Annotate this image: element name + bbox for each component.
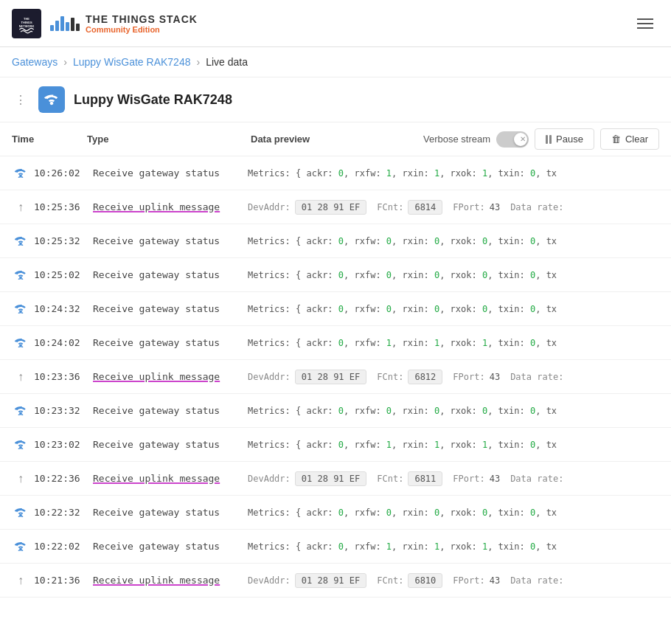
table-row[interactable]: ↑ 10:23:36 Receive uplink message DevAdd… xyxy=(0,360,671,394)
toggle-track[interactable]: ✕ xyxy=(496,131,529,148)
row-preview: Metrics: { ackr: 0, rxfw: 0, rxin: 0, rx… xyxy=(248,508,659,518)
row-icon xyxy=(12,437,29,452)
table-row[interactable]: 10:24:02 Receive gateway status Metrics:… xyxy=(0,326,671,360)
wifi-down-icon xyxy=(14,336,27,350)
row-preview: Metrics: { ackr: 0, rxfw: 1, rxin: 1, rx… xyxy=(248,440,659,450)
row-time: 10:23:32 xyxy=(34,405,93,416)
row-preview: Metrics: { ackr: 0, rxfw: 1, rxin: 1, rx… xyxy=(248,541,659,552)
row-time: 10:22:32 xyxy=(34,507,93,518)
gateway-context-menu-icon[interactable]: ⋮ xyxy=(12,90,29,110)
uplink-arrow-icon: ↑ xyxy=(18,472,24,485)
row-preview: DevAddr: 01 28 91 EF FCnt: 6811 FPort: 4… xyxy=(248,471,659,486)
metrics-preview: Metrics: { ackr: 0, rxfw: 0, rxin: 0, rx… xyxy=(248,508,557,518)
pause-icon xyxy=(546,135,552,144)
row-preview: DevAddr: 01 28 91 EF FCnt: 6814 FPort: 4… xyxy=(248,200,659,215)
table-row[interactable]: 10:25:32 Receive gateway status Metrics:… xyxy=(0,224,671,258)
wifi-down-icon xyxy=(14,437,27,452)
col-header-preview: Data preview xyxy=(251,134,414,145)
row-preview: DevAddr: 01 28 91 EF FCnt: 6810 FPort: 4… xyxy=(248,573,659,588)
clear-button[interactable]: 🗑 Clear xyxy=(600,128,659,150)
wifi-down-icon xyxy=(14,234,27,249)
row-icon xyxy=(12,302,29,316)
metrics-preview: Metrics: { ackr: 0, rxfw: 1, rxin: 1, rx… xyxy=(248,338,557,348)
row-preview: Metrics: { ackr: 0, rxfw: 0, rxin: 0, rx… xyxy=(248,270,659,280)
hamburger-menu[interactable] xyxy=(631,13,659,35)
table-row[interactable]: 10:23:32 Receive gateway status Metrics:… xyxy=(0,394,671,428)
row-icon: ↑ xyxy=(12,574,29,587)
wifi-down-icon xyxy=(14,505,27,520)
table-row[interactable]: ↑ 10:22:36 Receive uplink message DevAdd… xyxy=(0,462,671,496)
row-time: 10:25:36 xyxy=(34,201,93,212)
table-row[interactable]: 10:22:02 Receive gateway status Metrics:… xyxy=(0,530,671,564)
row-type: Receive gateway status xyxy=(93,439,248,450)
pause-label: Pause xyxy=(556,134,583,145)
logo-bars-icon xyxy=(50,16,80,31)
metrics-preview: Metrics: { ackr: 0, rxfw: 0, rxin: 0, rx… xyxy=(248,406,557,416)
row-type: Receive gateway status xyxy=(93,269,248,280)
col-header-type: Type xyxy=(87,134,242,145)
row-type: Receive gateway status xyxy=(93,235,248,246)
verbose-toggle[interactable]: ✕ xyxy=(496,131,529,148)
row-type: Receive uplink message xyxy=(93,201,248,212)
row-icon xyxy=(12,505,29,520)
gateway-bar: ⋮ Luppy WisGate RAK7248 xyxy=(0,77,671,122)
row-icon xyxy=(12,234,29,249)
row-preview: Metrics: { ackr: 0, rxfw: 0, rxin: 0, rx… xyxy=(248,304,659,314)
metrics-preview: Metrics: { ackr: 0, rxfw: 1, rxin: 1, rx… xyxy=(248,168,557,179)
row-time: 10:24:02 xyxy=(34,337,93,348)
table-row[interactable]: ↑ 10:21:36 Receive uplink message DevAdd… xyxy=(0,564,671,598)
breadcrumb-sep-1: › xyxy=(63,56,67,68)
row-type: Receive gateway status xyxy=(93,303,248,314)
gateway-icon xyxy=(38,86,65,113)
table-row[interactable]: 10:24:32 Receive gateway status Metrics:… xyxy=(0,292,671,326)
row-type: Receive uplink message xyxy=(93,575,248,586)
table-row[interactable]: ↑ 10:25:36 Receive uplink message DevAdd… xyxy=(0,190,671,224)
metrics-preview: Metrics: { ackr: 0, rxfw: 0, rxin: 0, rx… xyxy=(248,304,557,314)
row-type: Receive gateway status xyxy=(93,405,248,416)
data-table: 10:26:02 Receive gateway status Metrics:… xyxy=(0,156,671,598)
row-icon: ↑ xyxy=(12,201,29,214)
table-row[interactable]: 10:26:02 Receive gateway status Metrics:… xyxy=(0,156,671,190)
wifi-down-icon xyxy=(14,302,27,316)
row-type: Receive gateway status xyxy=(93,337,248,348)
tts-logo: THE THINGS STACK Community Edition xyxy=(50,13,198,34)
row-icon: ↑ xyxy=(12,370,29,384)
row-time: 10:23:36 xyxy=(34,371,93,382)
col-header-time: Time xyxy=(12,134,78,145)
row-preview: Metrics: { ackr: 0, rxfw: 1, rxin: 1, rx… xyxy=(248,338,659,348)
clear-label: Clear xyxy=(625,134,648,145)
row-icon xyxy=(12,539,29,554)
toolbar-right: Verbose stream ✕ Pause 🗑 Clear xyxy=(423,128,659,150)
brand-name: THE THINGS STACK xyxy=(86,13,198,25)
pause-button[interactable]: Pause xyxy=(535,128,594,150)
table-row[interactable]: 10:22:32 Receive gateway status Metrics:… xyxy=(0,496,671,530)
row-type: Receive gateway status xyxy=(93,167,248,179)
table-row[interactable]: 10:23:02 Receive gateway status Metrics:… xyxy=(0,428,671,462)
row-time: 10:22:36 xyxy=(34,473,93,484)
row-icon xyxy=(12,166,29,181)
row-time: 10:25:02 xyxy=(34,269,93,280)
row-preview: Metrics: { ackr: 0, rxfw: 1, rxin: 1, rx… xyxy=(248,168,659,179)
uplink-preview: DevAddr: 01 28 91 EF FCnt: 6814 FPort: 4… xyxy=(248,200,563,215)
row-time: 10:24:32 xyxy=(34,303,93,314)
wifi-down-icon xyxy=(14,539,27,554)
table-row[interactable]: 10:25:02 Receive gateway status Metrics:… xyxy=(0,258,671,292)
toolbar: Time Type Data preview Verbose stream ✕ … xyxy=(0,122,671,156)
row-time: 10:25:32 xyxy=(34,235,93,246)
row-icon xyxy=(12,404,29,418)
row-type: Receive gateway status xyxy=(93,541,248,552)
uplink-arrow-icon: ↑ xyxy=(18,574,24,587)
breadcrumb: Gateways › Luppy WisGate RAK7248 › Live … xyxy=(0,47,671,77)
wifi-down-icon xyxy=(14,268,27,283)
row-type: Receive gateway status xyxy=(93,507,248,518)
trash-icon: 🗑 xyxy=(611,134,621,145)
breadcrumb-gateways[interactable]: Gateways xyxy=(12,56,58,68)
brand-edition: Community Edition xyxy=(86,25,198,34)
svg-text:NETWORK: NETWORK xyxy=(19,24,35,27)
ttn-logo[interactable]: THE THINGS NETWORK xyxy=(12,9,41,38)
breadcrumb-gateway-name[interactable]: Luppy WisGate RAK7248 xyxy=(73,56,191,68)
metrics-preview: Metrics: { ackr: 0, rxfw: 1, rxin: 1, rx… xyxy=(248,440,557,450)
wifi-down-icon xyxy=(14,404,27,418)
row-time: 10:23:02 xyxy=(34,439,93,450)
row-icon xyxy=(12,268,29,283)
